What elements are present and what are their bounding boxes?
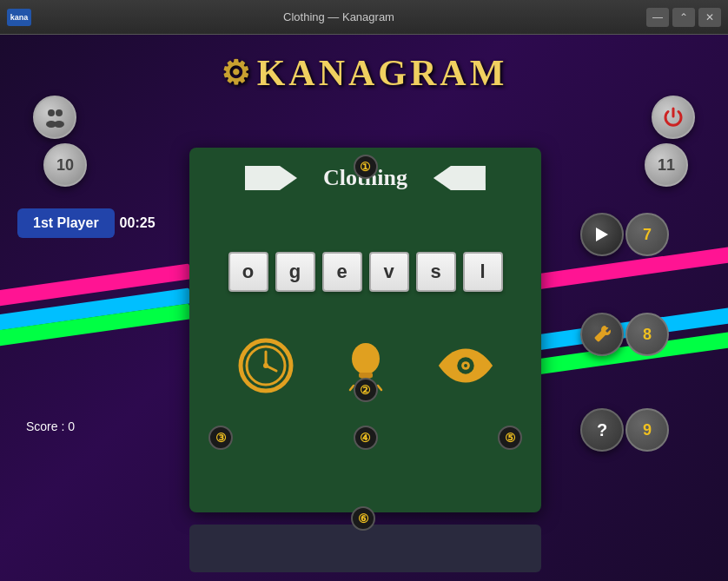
hint-count-button[interactable]: 10 (43, 143, 87, 187)
game-area: ⚙ KANAGRAM 10 11 1st Player 00:25 Score … (0, 35, 728, 581)
gear-icon: ⚙ (221, 54, 254, 92)
titlebar: kana Clothing — Kanagram — ⌃ ✕ (0, 0, 728, 35)
logo: ⚙ KANAGRAM (221, 52, 508, 94)
letter-tile[interactable]: e (322, 252, 362, 292)
reveal-button[interactable] (435, 335, 496, 396)
letter-tile[interactable]: g (275, 252, 315, 292)
badge-nav: ① (354, 155, 378, 179)
settings-badge: 8 (625, 313, 669, 356)
players-button[interactable] (33, 96, 76, 139)
help-button[interactable]: ? (580, 408, 624, 452)
svg-line-17 (378, 386, 381, 390)
next-button[interactable] (580, 213, 624, 256)
badge-input: ⑥ (351, 506, 375, 531)
titlebar-title: Clothing — Kanagram (283, 10, 394, 23)
svg-point-3 (54, 121, 64, 128)
stripe-pink-right (520, 245, 728, 292)
player-name: 1st Player (17, 208, 115, 238)
letter-tile[interactable]: s (416, 252, 456, 292)
maximize-button[interactable]: ⌃ (672, 8, 695, 27)
svg-point-0 (48, 109, 55, 116)
game-panel: ① Clothing ② ogevsl (189, 148, 541, 512)
app-logo: kana (7, 9, 31, 26)
level-label: 11 (658, 156, 675, 175)
timer-button[interactable] (235, 335, 296, 396)
svg-point-2 (56, 109, 63, 116)
hint-count-label: 10 (56, 156, 74, 175)
badge-letters: ② (354, 378, 378, 402)
settings-badge-label: 8 (643, 326, 652, 344)
svg-point-10 (263, 363, 268, 368)
svg-point-11 (352, 343, 380, 374)
help-badge-label: 9 (643, 421, 652, 439)
badge-hint: ④ (354, 426, 378, 450)
level-button[interactable]: 11 (645, 143, 688, 187)
badge-reveal: ⑤ (498, 426, 522, 450)
next-badge-label: 7 (643, 226, 652, 244)
minimize-button[interactable]: — (646, 8, 669, 27)
close-button[interactable]: ✕ (698, 8, 721, 27)
settings-button[interactable] (580, 313, 624, 356)
svg-marker-4 (596, 228, 608, 241)
player-timer: 00:25 (120, 215, 156, 231)
svg-text:?: ? (597, 420, 607, 439)
svg-point-20 (464, 364, 467, 367)
logo-text: KANAGRAM (257, 52, 508, 94)
badge-clock: ③ (208, 426, 233, 450)
power-button[interactable] (652, 96, 695, 139)
titlebar-controls: — ⌃ ✕ (646, 8, 721, 27)
letter-tile[interactable]: l (463, 252, 503, 292)
letter-tile[interactable]: o (228, 252, 268, 292)
player-info: 1st Player 00:25 (17, 208, 156, 238)
score-display: Score : 0 (26, 419, 75, 433)
next-category-button[interactable] (433, 166, 486, 190)
prev-category-button[interactable] (245, 166, 297, 190)
help-badge: 9 (625, 408, 669, 452)
letters-area: ogevsl (189, 252, 541, 292)
titlebar-left: kana (7, 9, 31, 26)
letter-tile[interactable]: v (369, 252, 409, 292)
answer-input-area[interactable] (189, 525, 541, 572)
next-badge: 7 (625, 213, 669, 256)
